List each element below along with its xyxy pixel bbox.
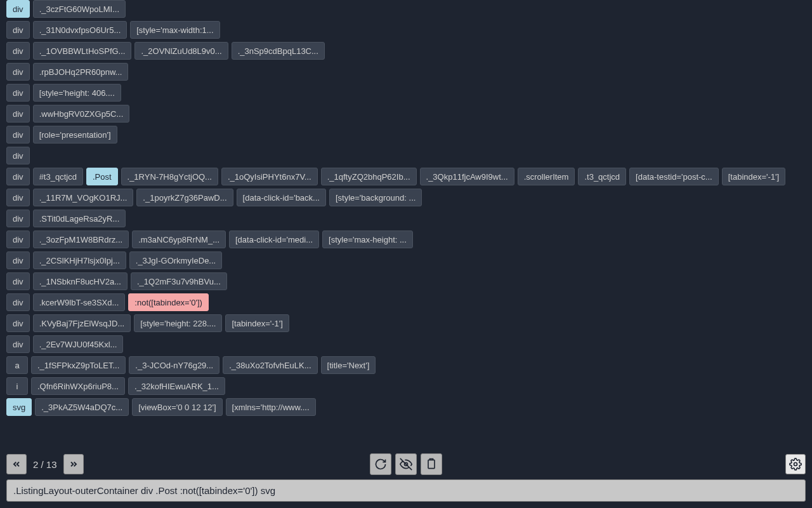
selector-chip[interactable]: ._32kofHIEwuARK_1... <box>128 377 225 395</box>
tree-row: svg._3PkAZ5W4aDQ7c...[viewBox='0 0 12 12… <box>6 398 806 416</box>
tag-chip[interactable]: div <box>6 314 30 332</box>
clipboard-icon <box>425 458 438 471</box>
selector-chip[interactable]: ._3Qkp11fjcAw9I9wt... <box>420 168 514 185</box>
tag-chip[interactable]: div <box>6 105 30 123</box>
tag-chip[interactable]: div <box>6 0 30 18</box>
tag-chip[interactable]: div <box>6 335 30 353</box>
selector-chip[interactable]: [title='Next'] <box>321 356 376 374</box>
selector-chip[interactable]: .scrollerItem <box>518 168 575 185</box>
tree-row: div._3ozFpM1W8BRdrz....m3aNC6yp8RrNM_...… <box>6 231 806 248</box>
tree-row: div[role='presentation'] <box>6 126 806 144</box>
selector-chip[interactable]: [tabindex='-1'] <box>722 168 786 185</box>
tag-chip[interactable]: svg <box>6 398 32 416</box>
selector-chip[interactable]: ._3PkAZ5W4aDQ7c... <box>35 398 129 416</box>
selector-chip[interactable]: [data-click-id='back... <box>237 189 326 206</box>
selector-chip[interactable]: :not([tabindex='0']) <box>128 293 209 311</box>
selector-chip[interactable]: ._1poyrkZ7g36PawD... <box>136 189 233 206</box>
selector-chip[interactable]: .STit0dLageRsa2yR... <box>33 210 126 227</box>
tag-chip[interactable]: a <box>6 356 28 374</box>
selector-chip[interactable]: [data-testid='post-c... <box>629 168 719 185</box>
selector-chip[interactable]: ._3nSp9cdBpqL13C... <box>232 42 325 60</box>
selector-chip[interactable]: ._1oQyIsiPHYt6nx7V... <box>221 168 318 185</box>
tree-row: div.kcerW9lbT-se3SXd...:not([tabindex='0… <box>6 293 806 311</box>
settings-button[interactable] <box>785 454 806 474</box>
bottom-bar: 2 / 13 <box>0 449 812 508</box>
tree-row: div#t3_qctjcd.Post._1RYN-7H8gYctjOQ...._… <box>6 168 806 185</box>
tag-chip[interactable]: div <box>6 231 30 248</box>
selector-chip[interactable]: [style='max-height: ... <box>322 231 413 248</box>
selector-chip[interactable]: [viewBox='0 0 12 12'] <box>132 398 222 416</box>
svg-rect-1 <box>428 460 435 468</box>
prev-button[interactable] <box>6 454 27 474</box>
selector-chip[interactable]: ._2Ev7WJU0f45Kxl... <box>33 335 124 353</box>
selector-chip[interactable]: ._3ozFpM1W8BRdrz... <box>33 231 129 248</box>
selector-chip[interactable]: ._1RYN-7H8gYctjOQ... <box>121 168 218 185</box>
svg-point-2 <box>794 463 797 466</box>
refresh-button[interactable] <box>370 453 391 475</box>
selector-chip[interactable]: [style='height: 228.... <box>134 314 222 332</box>
tree-row: div.STit0dLageRsa2yR... <box>6 210 806 227</box>
selector-chip[interactable]: .t3_qctjcd <box>578 168 626 185</box>
tag-chip[interactable]: div <box>6 126 30 144</box>
tree-row: div._1NSbknF8ucHV2a...._1Q2mF3u7v9hBVu..… <box>6 272 806 290</box>
controls-row: 2 / 13 <box>6 454 806 474</box>
selector-chip[interactable]: .Post <box>86 168 118 185</box>
selector-chip[interactable]: ._11R7M_VOgKO1RJ... <box>33 189 134 206</box>
selector-chip[interactable]: ._1Q2mF3u7v9hBVu... <box>131 272 227 290</box>
selector-chip[interactable]: .wwHbgRV0ZXGp5C... <box>33 105 130 123</box>
selector-chip[interactable]: ._3-JCOd-nY76g29... <box>129 356 219 374</box>
selector-chip[interactable]: .rpBJOHq2PR60pnw... <box>33 63 129 81</box>
tree-row: div._11R7M_VOgKO1RJ...._1poyrkZ7g36PawD.… <box>6 189 806 206</box>
tree-row: div.wwHbgRV0ZXGp5C... <box>6 105 806 123</box>
selector-chip[interactable]: .Qfn6RihWXp6riuP8... <box>31 377 125 395</box>
tag-chip[interactable]: div <box>6 293 30 311</box>
next-button[interactable] <box>63 454 84 474</box>
tree-row: div._1OVBBWLtHoSPfG...._2OVNlZuUd8L9v0..… <box>6 42 806 60</box>
selector-chip[interactable]: .KVyBaj7FjzElWsqJD... <box>33 314 131 332</box>
tag-chip[interactable]: div <box>6 63 30 81</box>
tag-chip[interactable]: div <box>6 251 30 269</box>
clipboard-button[interactable] <box>421 453 442 475</box>
tag-chip[interactable]: div <box>6 21 30 39</box>
visibility-off-button[interactable] <box>395 453 417 475</box>
selector-chip[interactable]: ._2CSlKHjH7lsjx0Ipj... <box>33 251 126 269</box>
selector-chip[interactable]: [role='presentation'] <box>33 126 117 144</box>
selector-chip[interactable]: ._1NSbknF8ucHV2a... <box>33 272 128 290</box>
chevron-double-left-icon <box>11 459 22 469</box>
selector-chip[interactable]: [tabindex='-1'] <box>225 314 289 332</box>
tree-row: a._1fSFPkxZ9pToLET...._3-JCOd-nY76g29...… <box>6 356 806 374</box>
tag-chip[interactable]: div <box>6 210 30 227</box>
selector-chip[interactable]: [xmlns='http://www.... <box>226 398 316 416</box>
selector-chip[interactable]: ._3czFtG60WpoLMI... <box>33 0 126 18</box>
selector-chip[interactable]: [style='height: 406.... <box>33 84 121 102</box>
page-indicator: 2 / 13 <box>33 459 57 470</box>
tree-row: div.KVyBaj7FjzElWsqJD...[style='height: … <box>6 314 806 332</box>
selector-chip[interactable]: .kcerW9lbT-se3SXd... <box>33 293 126 311</box>
tree-row: div._2Ev7WJU0f45Kxl... <box>6 335 806 353</box>
tag-chip[interactable]: i <box>6 377 28 395</box>
gear-icon <box>789 458 802 471</box>
selector-chip[interactable]: ._1fSFPkxZ9pToLET... <box>31 356 126 374</box>
selector-chip[interactable]: ._1qftyZQ2bhqP62Ib... <box>321 168 417 185</box>
selector-chip[interactable]: [data-click-id='medi... <box>229 231 319 248</box>
selector-chip[interactable]: ._1OVBBWLtHoSPfG... <box>33 42 132 60</box>
tag-chip[interactable]: div <box>6 272 30 290</box>
selector-tree: div._3czFtG60WpoLMI...div._31N0dvxfpsO6U… <box>0 0 812 444</box>
selector-chip[interactable]: [style='max-width:1... <box>130 21 219 39</box>
selector-chip[interactable]: ._3JgI-GOrkmyIeDe... <box>129 251 222 269</box>
selector-chip[interactable]: ._2OVNlZuUd8L9v0... <box>134 42 228 60</box>
tag-chip[interactable]: div <box>6 42 30 60</box>
selector-chip[interactable]: .m3aNC6yp8RrNM_... <box>132 231 226 248</box>
tree-row: div.rpBJOHq2PR60pnw... <box>6 63 806 81</box>
selector-chip[interactable]: ._38uXo2TofvhEuLK... <box>223 356 317 374</box>
tag-chip[interactable]: div <box>6 168 30 185</box>
tree-row: i.Qfn6RihWXp6riuP8...._32kofHIEwuARK_1..… <box>6 377 806 395</box>
selector-input[interactable] <box>6 479 806 502</box>
selector-chip[interactable]: [style='background: ... <box>329 189 422 206</box>
tag-chip[interactable]: div <box>6 147 30 164</box>
tag-chip[interactable]: div <box>6 84 30 102</box>
tree-row: div._31N0dvxfpsO6Ur5...[style='max-width… <box>6 21 806 39</box>
tag-chip[interactable]: div <box>6 189 30 206</box>
selector-chip[interactable]: ._31N0dvxfpsO6Ur5... <box>33 21 128 39</box>
selector-chip[interactable]: #t3_qctjcd <box>33 168 83 185</box>
